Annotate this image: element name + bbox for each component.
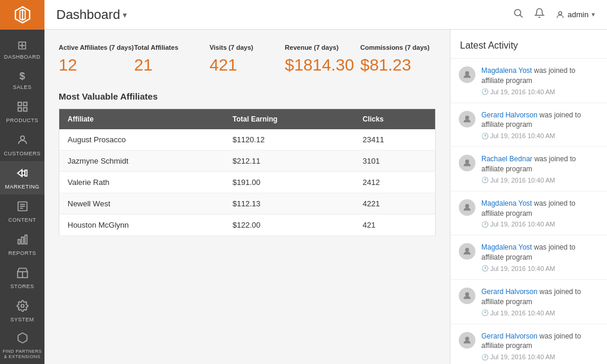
stat-visits-label: Visits (7 days) <box>209 44 285 51</box>
activity-content: Gerard Halvorson was joined to affiliate… <box>481 110 599 140</box>
main-content: Dashboard ▾ admin ▾ <box>44 0 607 364</box>
user-name: admin <box>568 10 589 19</box>
activity-time: Jul 19, 2016 10:40 AM <box>481 88 599 95</box>
sidebar-label-customers: CUSTOMERS <box>4 151 41 157</box>
activity-content: Magdalena Yost was joined to affiliate p… <box>481 199 599 228</box>
dashboard-main: Active Affiliates (7 days) 12 Total Affi… <box>44 30 450 364</box>
stat-total-affiliates-value: 21 <box>134 56 209 75</box>
sidebar-item-find[interactable]: FIND PARTNERS & EXTENSIONS <box>0 327 44 364</box>
activity-item: Magdalena Yost was joined to affiliate p… <box>451 59 607 103</box>
cell-earning: $122.00 <box>224 215 354 236</box>
activity-text: Rachael Bednar was joined to affiliate p… <box>481 154 599 174</box>
sidebar-label-reports: REPORTS <box>8 250 36 256</box>
svg-point-22 <box>465 116 468 119</box>
activity-avatar <box>459 243 475 260</box>
section-title: Most Valuable Affiliates <box>59 91 436 101</box>
svg-rect-13 <box>21 237 23 244</box>
sidebar-item-system[interactable]: SYSTEM <box>0 294 44 327</box>
sidebar-item-dashboard[interactable]: ⊞ DASHBOARD <box>0 32 44 65</box>
activity-name[interactable]: Gerard Halvorson <box>481 288 538 296</box>
customers-icon <box>17 134 28 149</box>
table-row: Houston McGlynn $122.00 421 <box>59 215 436 236</box>
stat-active-affiliates: Active Affiliates (7 days) 12 <box>59 44 134 75</box>
activity-panel: Latest Activity Magdalena Yost was joine… <box>450 30 607 364</box>
sidebar-label-find: FIND PARTNERS & EXTENSIONS <box>2 349 42 359</box>
stat-total-affiliates: Total Affiliates 21 <box>134 44 209 75</box>
sidebar-item-content[interactable]: CONTENT <box>0 194 44 228</box>
cell-earning: $1120.12 <box>224 129 354 151</box>
sidebar-logo[interactable] <box>0 0 44 30</box>
activity-avatar <box>459 199 475 216</box>
stat-active-affiliates-value: 12 <box>59 56 134 75</box>
activity-avatar <box>459 66 475 83</box>
sidebar-item-products[interactable]: PRODUCTS <box>0 95 44 128</box>
activity-text: Gerard Halvorson was joined to affiliate… <box>481 287 599 307</box>
sidebar-item-marketing[interactable]: MARKETING <box>0 161 44 194</box>
svg-point-24 <box>465 204 468 207</box>
activity-text: Magdalena Yost was joined to affiliate p… <box>481 199 599 219</box>
table-header-row: Affiliate Total Earning Clicks <box>59 109 436 130</box>
svg-line-19 <box>520 15 522 17</box>
products-icon <box>17 101 28 116</box>
cell-clicks: 421 <box>354 215 436 236</box>
sidebar-label-marketing: MARKETING <box>5 184 39 190</box>
activity-content: Gerard Halvorson was joined to affiliate… <box>481 331 599 361</box>
sidebar: ⊞ DASHBOARD $ SALES PRODUCTS CUSTOMERS <box>0 0 44 364</box>
activity-avatar <box>459 155 475 171</box>
page-title-arrow[interactable]: ▾ <box>123 10 127 20</box>
user-menu[interactable]: admin ▾ <box>555 10 595 20</box>
page-title-text: Dashboard <box>56 7 120 23</box>
table-row: August Prosacco $1120.12 23411 <box>59 129 436 151</box>
activity-time: Jul 19, 2016 10:40 AM <box>481 265 599 272</box>
svg-rect-0 <box>18 103 21 106</box>
activity-name[interactable]: Rachael Bednar <box>481 155 532 163</box>
notification-icon[interactable] <box>534 8 545 21</box>
sidebar-item-customers[interactable]: CUSTOMERS <box>0 128 44 161</box>
avatar-person-icon <box>462 291 472 301</box>
affiliates-table: Affiliate Total Earning Clicks August Pr… <box>59 108 436 236</box>
stat-commissions-label: Commissions (7 days) <box>360 44 436 51</box>
stores-icon <box>17 267 28 282</box>
table-row: Newell West $112.13 4221 <box>59 193 436 215</box>
activity-name[interactable]: Magdalena Yost <box>481 199 532 207</box>
activity-name[interactable]: Magdalena Yost <box>481 243 532 251</box>
stats-row: Active Affiliates (7 days) 12 Total Affi… <box>59 44 436 75</box>
activity-content: Magdalena Yost was joined to affiliate p… <box>481 66 599 95</box>
content-icon <box>17 200 28 215</box>
sidebar-item-stores[interactable]: STORES <box>0 261 44 294</box>
search-icon[interactable] <box>513 8 523 21</box>
col-earning: Total Earning <box>224 109 354 130</box>
avatar-person-icon <box>462 336 472 345</box>
activity-item: Magdalena Yost was joined to affiliate p… <box>451 191 607 236</box>
activity-item: Rachael Bednar was joined to affiliate p… <box>451 147 607 191</box>
cell-earning: $191.00 <box>224 172 354 193</box>
activity-text: Magdalena Yost was joined to affiliate p… <box>481 242 599 263</box>
topbar: Dashboard ▾ admin ▾ <box>44 0 607 30</box>
col-clicks: Clicks <box>354 109 436 130</box>
stat-visits: Visits (7 days) 421 <box>209 44 285 75</box>
activity-name[interactable]: Gerard Halvorson <box>481 332 538 340</box>
sidebar-item-sales[interactable]: $ SALES <box>0 65 44 95</box>
activity-text: Magdalena Yost was joined to affiliate p… <box>481 66 599 86</box>
activity-item: Gerard Halvorson was joined to affiliate… <box>451 103 607 148</box>
activity-time: Jul 19, 2016 10:40 AM <box>481 353 599 360</box>
topbar-actions: admin ▾ <box>513 8 595 21</box>
cell-affiliate: Jazmyne Schmidt <box>59 151 225 172</box>
activity-name[interactable]: Magdalena Yost <box>481 66 532 75</box>
sidebar-label-content: CONTENT <box>8 217 36 223</box>
svg-point-23 <box>465 160 468 163</box>
svg-point-18 <box>515 9 521 16</box>
activity-text: Gerard Halvorson was joined to affiliate… <box>481 110 599 130</box>
table-row: Valerie Rath $191.00 2412 <box>59 172 436 193</box>
sidebar-label-stores: STORES <box>11 283 34 289</box>
page-title: Dashboard ▾ <box>56 7 127 23</box>
activity-text: Gerard Halvorson was joined to affiliate… <box>481 331 599 352</box>
svg-point-17 <box>21 305 24 308</box>
reports-icon <box>17 234 28 248</box>
activity-content: Rachael Bednar was joined to affiliate p… <box>481 154 599 184</box>
activity-name[interactable]: Gerard Halvorson <box>481 111 538 119</box>
user-dropdown-arrow: ▾ <box>592 11 595 18</box>
sidebar-item-reports[interactable]: REPORTS <box>0 228 44 261</box>
marketing-icon <box>17 167 28 182</box>
cell-affiliate: Houston McGlynn <box>59 215 225 236</box>
